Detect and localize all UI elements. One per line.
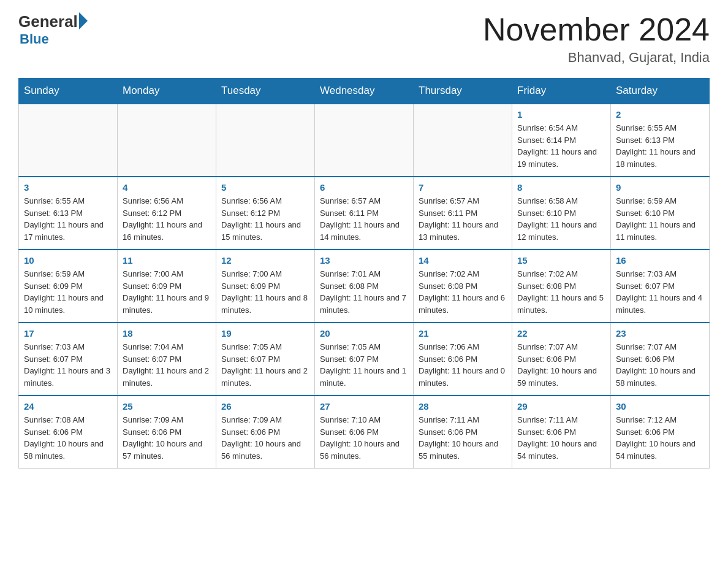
day-info: Sunrise: 7:05 AMSunset: 6:07 PMDaylight:… [320,341,408,389]
day-number: 11 [123,255,211,266]
calendar-cell: 5Sunrise: 6:56 AMSunset: 6:12 PMDaylight… [216,177,315,250]
day-info: Sunrise: 7:02 AMSunset: 6:08 PMDaylight:… [419,268,507,316]
calendar-cell: 21Sunrise: 7:06 AMSunset: 6:06 PMDayligh… [414,323,512,396]
calendar-cell: 27Sunrise: 7:10 AMSunset: 6:06 PMDayligh… [315,396,414,469]
day-number: 25 [123,401,211,412]
day-info: Sunrise: 7:03 AMSunset: 6:07 PMDaylight:… [616,268,704,316]
calendar-cell: 30Sunrise: 7:12 AMSunset: 6:06 PMDayligh… [611,396,710,469]
day-number: 2 [616,109,704,120]
title-block: November 2024 Bhanvad, Gujarat, India [483,12,710,66]
day-info: Sunrise: 6:56 AMSunset: 6:12 PMDaylight:… [221,195,309,243]
calendar-cell: 8Sunrise: 6:58 AMSunset: 6:10 PMDaylight… [512,177,611,250]
calendar-cell: 7Sunrise: 6:57 AMSunset: 6:11 PMDaylight… [414,177,512,250]
location-subtitle: Bhanvad, Gujarat, India [483,50,710,66]
calendar-cell: 12Sunrise: 7:00 AMSunset: 6:09 PMDayligh… [216,250,315,323]
day-number: 30 [616,401,704,412]
calendar-cell: 10Sunrise: 6:59 AMSunset: 6:09 PMDayligh… [19,250,118,323]
calendar-cell: 15Sunrise: 7:02 AMSunset: 6:08 PMDayligh… [512,250,611,323]
calendar-cell: 11Sunrise: 7:00 AMSunset: 6:09 PMDayligh… [118,250,216,323]
day-number: 7 [419,182,507,193]
column-header-wednesday: Wednesday [315,79,414,104]
day-number: 28 [419,401,507,412]
day-number: 3 [24,182,112,193]
day-number: 17 [24,328,112,339]
day-number: 18 [123,328,211,339]
day-number: 29 [517,401,605,412]
calendar-cell [414,104,512,177]
column-header-tuesday: Tuesday [216,79,315,104]
column-header-saturday: Saturday [611,79,710,104]
calendar-cell: 26Sunrise: 7:09 AMSunset: 6:06 PMDayligh… [216,396,315,469]
calendar-cell: 2Sunrise: 6:55 AMSunset: 6:13 PMDaylight… [611,104,710,177]
logo: General Blue [18,12,88,47]
day-info: Sunrise: 7:00 AMSunset: 6:09 PMDaylight:… [221,268,309,316]
day-number: 12 [221,255,309,266]
calendar-cell [216,104,315,177]
column-header-sunday: Sunday [19,79,118,104]
day-info: Sunrise: 6:59 AMSunset: 6:10 PMDaylight:… [616,195,704,243]
day-number: 9 [616,182,704,193]
day-number: 5 [221,182,309,193]
day-info: Sunrise: 7:06 AMSunset: 6:06 PMDaylight:… [419,341,507,389]
calendar-cell [19,104,118,177]
day-info: Sunrise: 7:11 AMSunset: 6:06 PMDaylight:… [419,414,507,462]
month-title: November 2024 [483,12,710,47]
day-info: Sunrise: 7:00 AMSunset: 6:09 PMDaylight:… [123,268,211,316]
day-info: Sunrise: 6:55 AMSunset: 6:13 PMDaylight:… [24,195,112,243]
calendar-cell: 28Sunrise: 7:11 AMSunset: 6:06 PMDayligh… [414,396,512,469]
day-info: Sunrise: 6:56 AMSunset: 6:12 PMDaylight:… [123,195,211,243]
calendar-cell: 6Sunrise: 6:57 AMSunset: 6:11 PMDaylight… [315,177,414,250]
column-header-friday: Friday [512,79,611,104]
day-number: 8 [517,182,605,193]
calendar-table: SundayMondayTuesdayWednesdayThursdayFrid… [18,78,710,469]
day-number: 15 [517,255,605,266]
day-info: Sunrise: 6:55 AMSunset: 6:13 PMDaylight:… [616,122,704,170]
day-info: Sunrise: 7:12 AMSunset: 6:06 PMDaylight:… [616,414,704,462]
calendar-cell: 3Sunrise: 6:55 AMSunset: 6:13 PMDaylight… [19,177,118,250]
logo-blue-text: Blue [20,31,49,47]
day-number: 14 [419,255,507,266]
calendar-cell: 25Sunrise: 7:09 AMSunset: 6:06 PMDayligh… [118,396,216,469]
calendar-cell: 20Sunrise: 7:05 AMSunset: 6:07 PMDayligh… [315,323,414,396]
day-number: 20 [320,328,408,339]
calendar-cell [118,104,216,177]
day-number: 24 [24,401,112,412]
day-info: Sunrise: 6:54 AMSunset: 6:14 PMDaylight:… [517,122,605,170]
day-info: Sunrise: 7:11 AMSunset: 6:06 PMDaylight:… [517,414,605,462]
calendar-cell: 13Sunrise: 7:01 AMSunset: 6:08 PMDayligh… [315,250,414,323]
calendar-cell: 4Sunrise: 6:56 AMSunset: 6:12 PMDaylight… [118,177,216,250]
day-number: 26 [221,401,309,412]
day-number: 1 [517,109,605,120]
day-number: 23 [616,328,704,339]
calendar-cell: 14Sunrise: 7:02 AMSunset: 6:08 PMDayligh… [414,250,512,323]
day-info: Sunrise: 7:10 AMSunset: 6:06 PMDaylight:… [320,414,408,462]
day-info: Sunrise: 7:07 AMSunset: 6:06 PMDaylight:… [616,341,704,389]
day-number: 10 [24,255,112,266]
calendar-cell: 19Sunrise: 7:05 AMSunset: 6:07 PMDayligh… [216,323,315,396]
day-info: Sunrise: 6:57 AMSunset: 6:11 PMDaylight:… [419,195,507,243]
calendar-cell: 22Sunrise: 7:07 AMSunset: 6:06 PMDayligh… [512,323,611,396]
day-number: 16 [616,255,704,266]
calendar-cell: 16Sunrise: 7:03 AMSunset: 6:07 PMDayligh… [611,250,710,323]
calendar-cell: 1Sunrise: 6:54 AMSunset: 6:14 PMDaylight… [512,104,611,177]
column-header-monday: Monday [118,79,216,104]
calendar-cell: 23Sunrise: 7:07 AMSunset: 6:06 PMDayligh… [611,323,710,396]
day-number: 21 [419,328,507,339]
day-info: Sunrise: 7:09 AMSunset: 6:06 PMDaylight:… [123,414,211,462]
day-info: Sunrise: 7:02 AMSunset: 6:08 PMDaylight:… [517,268,605,316]
day-info: Sunrise: 7:04 AMSunset: 6:07 PMDaylight:… [123,341,211,389]
logo-general-text: General [18,12,78,31]
day-info: Sunrise: 7:08 AMSunset: 6:06 PMDaylight:… [24,414,112,462]
day-info: Sunrise: 7:09 AMSunset: 6:06 PMDaylight:… [221,414,309,462]
column-header-thursday: Thursday [414,79,512,104]
day-number: 6 [320,182,408,193]
day-info: Sunrise: 6:58 AMSunset: 6:10 PMDaylight:… [517,195,605,243]
page-header: General Blue November 2024 Bhanvad, Guja… [18,12,710,66]
day-info: Sunrise: 6:57 AMSunset: 6:11 PMDaylight:… [320,195,408,243]
day-number: 4 [123,182,211,193]
day-number: 27 [320,401,408,412]
calendar-cell: 18Sunrise: 7:04 AMSunset: 6:07 PMDayligh… [118,323,216,396]
day-number: 22 [517,328,605,339]
day-info: Sunrise: 7:05 AMSunset: 6:07 PMDaylight:… [221,341,309,389]
day-info: Sunrise: 7:07 AMSunset: 6:06 PMDaylight:… [517,341,605,389]
